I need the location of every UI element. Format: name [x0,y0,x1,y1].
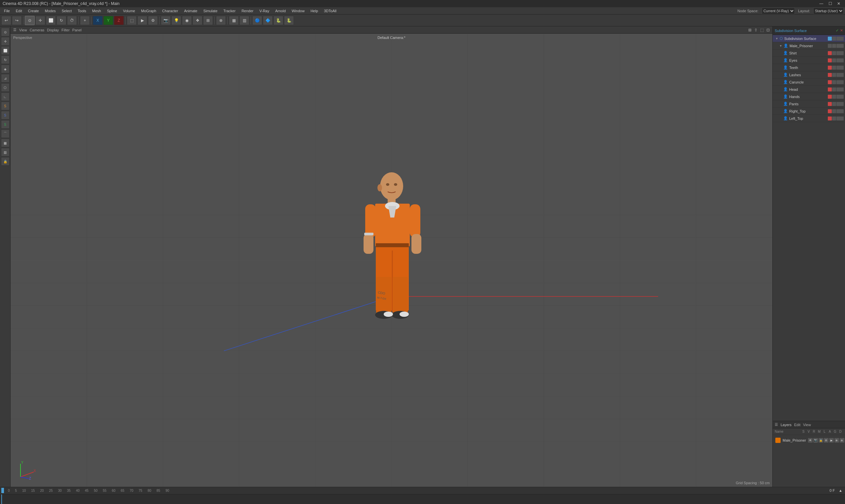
obj-checkmark-icon[interactable]: ✓ [836,29,839,33]
viewport-canvas[interactable]: Perspective Default Camera:* [11,34,772,487]
tree-item-eyes[interactable]: 👤 Eyes [773,57,845,64]
effector-btn[interactable]: ⊞ [203,16,213,25]
menu-create[interactable]: Create [25,8,41,14]
tree-item-lashes[interactable]: 👤 Lashes [773,71,845,78]
layers-edit-menu[interactable]: Edit [794,423,800,427]
undo-btn[interactable]: ↩ [1,16,11,25]
play-btn[interactable]: ▶ [137,16,147,25]
timeline-track[interactable] [0,494,845,504]
move-tool[interactable]: ✛ [35,16,45,25]
menu-3dtoall[interactable]: 3DToAll [321,8,339,14]
add-btn[interactable]: + [80,16,90,25]
rotate-tool[interactable]: ↻ [56,16,66,25]
menu-tools[interactable]: Tools [75,8,89,14]
vp-icon1[interactable]: ⊞ [748,28,752,32]
lv-point-btn[interactable]: ⬡ [1,83,10,92]
lv-poly-btn[interactable]: ◈ [1,65,10,73]
vp-hamburger[interactable]: ☰ [13,28,17,32]
python2-btn[interactable]: 🐍 [284,16,294,25]
tree-item-hands[interactable]: 👤 Hands [773,93,845,100]
lv-smooth-btn[interactable]: S [1,102,10,110]
python-btn[interactable]: 🐍 [274,16,283,25]
tree-item-subdivision[interactable]: ▼ ⬡ Subdivision Surface [773,35,845,42]
menu-select[interactable]: Select [59,8,75,14]
maximize-btn[interactable]: ☐ [827,1,834,6]
tree-item-pants[interactable]: 👤 Pants [773,100,845,108]
menu-simulate[interactable]: Simulate [201,8,220,14]
lv-move-btn[interactable]: ✛ [1,37,10,46]
menu-character[interactable]: Character [159,8,181,14]
redo-btn[interactable]: ↪ [12,16,22,25]
light-btn[interactable]: 💡 [171,16,181,25]
lv-smooth3-btn[interactable]: S [1,120,10,129]
menu-render[interactable]: Render [239,8,256,14]
lv-knife-btn[interactable]: ∟ [1,92,10,101]
menu-mesh[interactable]: Mesh [89,8,104,14]
layer-lock-icon[interactable]: 🔒 [818,438,823,443]
node-space-select[interactable]: Current (V-Ray) [762,7,795,14]
vp-icon3[interactable]: ⬚ [760,28,764,32]
menu-animate[interactable]: Animate [181,8,200,14]
tree-item-shirt[interactable]: 👤 Shirt [773,50,845,57]
menu-volume[interactable]: Volume [121,8,138,14]
lv-edge-btn[interactable]: ⊿ [1,74,10,83]
menu-vray[interactable]: V-Ray [257,8,272,14]
terrain-btn[interactable]: ▦ [229,16,239,25]
menu-help[interactable]: Help [308,8,321,14]
vp-display-menu[interactable]: Display [47,28,59,32]
layer-eye-icon[interactable]: 👁 [808,438,813,443]
vp-cameras-menu[interactable]: Cameras [30,28,45,32]
vp-filter-menu[interactable]: Filter [61,28,69,32]
lv-grid-btn[interactable]: ▦ [1,139,10,147]
vp-icon2[interactable]: ⇧ [754,28,757,32]
render-btn[interactable]: 🔵 [252,16,262,25]
select-tool[interactable]: ⊙ [25,16,35,25]
layer-cam-icon[interactable]: 📷 [813,438,818,443]
sculpt-btn[interactable]: ▥ [240,16,249,25]
x-axis-btn[interactable]: X [93,16,103,25]
lv-smooth2-btn[interactable]: S [1,111,10,120]
camera-btn[interactable]: 📷 [161,16,171,25]
magnet-btn[interactable]: ⊗ [216,16,226,25]
layout-select[interactable]: Startup (User) [813,7,844,14]
lv-select-btn[interactable]: ⊙ [1,28,10,36]
layers-view-menu[interactable]: View [803,423,811,427]
frame-btn[interactable]: ⬚ [127,16,137,25]
menu-edit[interactable]: Edit [13,8,25,14]
layers-hamburger[interactable]: ☰ [775,422,778,427]
vp-panel-menu[interactable]: Panel [72,28,82,32]
menu-modes[interactable]: Modes [42,8,58,14]
tree-item-right-top[interactable]: 👤 Right_Top [773,108,845,115]
lv-rotate-btn[interactable]: ↻ [1,55,10,64]
obj-x-icon[interactable]: ✕ [840,29,843,33]
menu-tracker[interactable]: Tracker [221,8,239,14]
vp-icon4[interactable]: ⊡ [767,28,770,32]
lv-scale-btn[interactable]: ⬜ [1,46,10,55]
layer-extra2-icon[interactable]: ⊗ [840,438,844,443]
tree-item-male-prisoner[interactable]: ▼ 👤 Male_Prisoner [773,42,845,50]
menu-mograph[interactable]: MoGraph [138,8,159,14]
history-btn[interactable]: ⏱ [67,16,77,25]
lv-grid2-btn[interactable]: ▥ [1,148,10,157]
z-axis-btn[interactable]: Z [114,16,124,25]
tree-item-caruncle[interactable]: 👤 Caruncle [773,78,845,86]
geo-btn[interactable]: ◉ [182,16,192,25]
scale-tool[interactable]: ⬜ [46,16,56,25]
menu-file[interactable]: File [1,8,13,14]
y-axis-btn[interactable]: Y [103,16,113,25]
menu-spline[interactable]: Spline [104,8,120,14]
menu-arnold[interactable]: Arnold [272,8,288,14]
layer-anim-icon[interactable]: ▶ [829,438,834,443]
vray-btn[interactable]: 🔷 [263,16,273,25]
layer-extra-icon[interactable]: ⊕ [834,438,839,443]
vp-view-menu[interactable]: View [19,28,27,32]
layer-render-icon[interactable]: ⚙ [824,438,828,443]
playhead[interactable] [1,494,2,504]
tree-item-head[interactable]: 👤 Head [773,86,845,93]
minimize-btn[interactable]: — [817,1,825,6]
tree-item-left-top[interactable]: 👤 Left_Top [773,115,845,122]
record-btn[interactable]: ⚙ [148,16,158,25]
menu-window[interactable]: Window [289,8,307,14]
layer-male-prisoner[interactable]: Male_Prisoner 👁 📷 🔒 ⚙ ▶ ⊕ ⊗ [774,436,844,444]
cloner-btn[interactable]: ❖ [193,16,203,25]
